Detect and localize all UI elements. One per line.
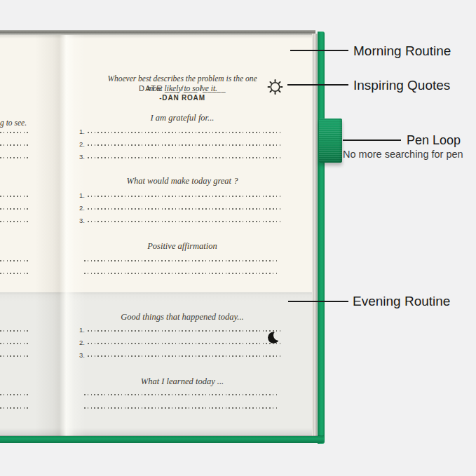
ruled-dotted-line xyxy=(0,401,29,411)
prompt-good-things: Good things that happened today... xyxy=(81,311,284,322)
line-number: 3. xyxy=(79,217,85,224)
ruled-dotted-line xyxy=(0,336,29,346)
line-number: 1. xyxy=(79,326,85,334)
ruled-dotted-line xyxy=(0,125,29,135)
ruled-dotted-line xyxy=(0,388,29,397)
journal-entry-line: 1. xyxy=(79,324,283,334)
journal-entry-line: 2. xyxy=(79,202,283,212)
dotted-line xyxy=(84,260,279,261)
green-cover-spine xyxy=(318,32,325,444)
ruled-dotted-line xyxy=(0,266,29,276)
callout-line-morning xyxy=(290,50,348,51)
callout-line-inspiring xyxy=(287,84,348,86)
line-number: 1. xyxy=(79,128,85,135)
journal-product-annotation: g to see. DATE ___ /___ /_____ xyxy=(0,0,476,476)
dotted-line xyxy=(0,273,29,274)
callout-label-inspiring-quotes: Inspiring Quotes xyxy=(353,77,450,94)
line-number: 2. xyxy=(79,140,85,148)
green-cover-bottom-edge xyxy=(0,436,324,443)
callout-label-evening-routine: Evening Routine xyxy=(353,293,450,310)
dotted-line xyxy=(0,196,29,197)
dotted-line xyxy=(0,132,29,133)
journal-entry-line: 3. xyxy=(79,215,283,224)
journal-entry-line xyxy=(84,266,279,276)
dotted-line xyxy=(88,208,283,210)
line-number: 2. xyxy=(79,204,85,212)
line-number: 3. xyxy=(79,351,85,359)
callout-label-morning-routine: Morning Routine xyxy=(353,43,451,60)
dotted-line xyxy=(0,144,29,146)
dotted-line xyxy=(0,343,29,344)
notebook-top-edge xyxy=(0,30,315,35)
quote-attribution: -DAN ROAM xyxy=(81,94,284,102)
open-journal-pages: g to see. DATE ___ /___ /_____ xyxy=(0,35,312,436)
callout-line-pen-loop xyxy=(343,140,401,141)
pen-loop xyxy=(319,118,342,163)
dotted-line xyxy=(88,132,283,133)
ruled-dotted-line xyxy=(0,215,29,224)
dotted-line xyxy=(88,157,283,158)
line-number: 1. xyxy=(79,191,85,199)
ruled-dotted-line xyxy=(0,202,29,212)
journal-entry-line xyxy=(84,401,279,411)
prompt-affirmation: Positive affirmation xyxy=(81,240,284,252)
journal-entry-line: 3. xyxy=(79,151,283,161)
dotted-line xyxy=(0,208,29,210)
prompt-today-great: What would make today great ? xyxy=(81,175,284,186)
journal-entry-line: 2. xyxy=(79,336,283,346)
dotted-line xyxy=(0,330,29,332)
journal-entry-line xyxy=(84,254,279,264)
ruled-dotted-line xyxy=(0,151,29,161)
journal-entry-line: 1. xyxy=(79,189,283,199)
dotted-line xyxy=(0,407,29,409)
prompt-learned: What I learned today ... xyxy=(81,376,284,387)
page-gutter-crease xyxy=(35,35,86,436)
line-number: 2. xyxy=(79,339,85,346)
dotted-line xyxy=(0,355,29,357)
ruled-dotted-line xyxy=(0,324,29,334)
ruled-dotted-line xyxy=(0,138,29,148)
ruled-dotted-line xyxy=(0,189,29,199)
ruled-dotted-line xyxy=(0,254,29,264)
callout-label-pen-loop: Pen Loop xyxy=(407,132,461,148)
dotted-line xyxy=(88,343,283,344)
journal-entry-line: 1. xyxy=(79,125,283,135)
line-number: 3. xyxy=(79,153,85,161)
daily-quote-line2: most likely to solve it. xyxy=(81,83,284,94)
ruled-dotted-line xyxy=(0,349,29,359)
journal-entry-line xyxy=(84,388,279,397)
dotted-line xyxy=(0,157,29,158)
page-edge-stack xyxy=(312,34,318,437)
dotted-line xyxy=(88,330,283,332)
journal-entry-line: 3. xyxy=(79,349,283,359)
dotted-line xyxy=(88,196,283,197)
dotted-line xyxy=(0,260,29,261)
dotted-line xyxy=(84,407,279,409)
dotted-line xyxy=(88,221,283,222)
dotted-line xyxy=(88,355,283,357)
prompt-grateful: I am grateful for... xyxy=(81,112,284,123)
journal-entry-line: 2. xyxy=(79,138,283,148)
callout-subtitle-pen-loop: No more searching for pen xyxy=(343,148,463,161)
dotted-line xyxy=(0,221,29,222)
dotted-line xyxy=(84,394,279,395)
dotted-line xyxy=(0,394,29,395)
callout-line-evening xyxy=(288,301,348,302)
dotted-line xyxy=(84,273,279,274)
dotted-line xyxy=(88,144,283,146)
